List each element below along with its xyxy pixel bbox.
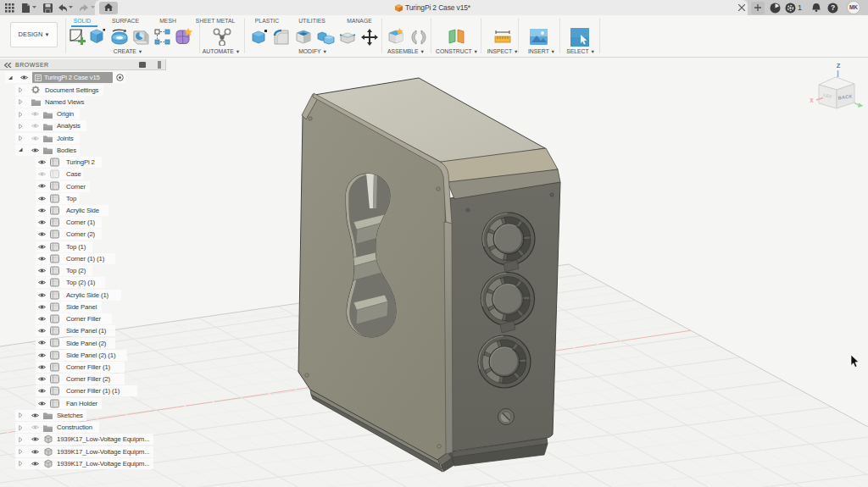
svg-text:Z: Z: [837, 62, 841, 69]
svg-text:X: X: [810, 97, 814, 103]
svg-text:?: ?: [831, 3, 835, 12]
